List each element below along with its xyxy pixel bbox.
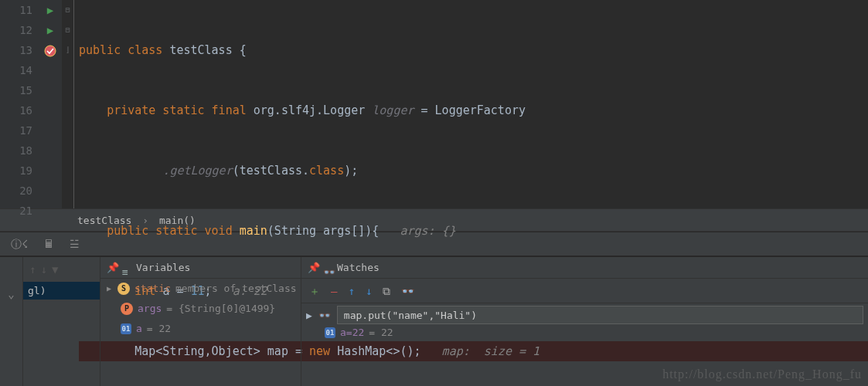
- glasses-icon: 👓: [318, 310, 331, 321]
- stack-frame[interactable]: gl): [23, 282, 100, 300]
- copy-icon[interactable]: ⧉: [383, 279, 390, 303]
- variables-icon: ≡: [122, 262, 128, 283]
- param-badge-icon: P: [121, 303, 133, 315]
- breadcrumb-item[interactable]: main(): [159, 215, 196, 226]
- fold-icon[interactable]: ⊟: [62, 20, 73, 40]
- chevron-down-icon[interactable]: ⌄: [8, 288, 14, 300]
- pin-icon[interactable]: 📌: [308, 257, 320, 279]
- pin-icon[interactable]: 📌: [107, 257, 119, 279]
- fold-end-icon[interactable]: ⌋: [62, 40, 73, 60]
- breakpoint-hit-icon[interactable]: [39, 40, 62, 60]
- line-number-gutter: 111213 141516 171819 2021: [0, 0, 39, 208]
- glasses-icon: 👓: [323, 262, 335, 283]
- variables-pane: 📌 ≡ Variables ▶ S static members of test…: [100, 257, 301, 386]
- next-frame-icon[interactable]: ↓: [40, 263, 46, 276]
- primitive-badge-icon: 01: [325, 327, 335, 338]
- svg-point-0: [45, 46, 56, 56]
- primitive-badge-icon: 01: [121, 323, 131, 334]
- chevron-right-icon: ›: [142, 215, 148, 226]
- glasses-icon[interactable]: 👓: [401, 279, 414, 303]
- evaluate-icon[interactable]: ⓘ☇: [11, 232, 28, 256]
- list-icon[interactable]: ☱: [70, 232, 80, 256]
- breadcrumb-item[interactable]: testClass: [77, 215, 131, 226]
- variable-row[interactable]: ▶ S static members of testClass: [100, 279, 301, 299]
- fold-icon[interactable]: ⊟: [62, 0, 73, 20]
- prev-frame-icon[interactable]: ↑: [29, 263, 36, 276]
- move-down-icon[interactable]: ↓: [366, 279, 372, 303]
- expand-icon[interactable]: ▶: [107, 279, 111, 299]
- watches-pane: 📌 👓 Watches ＋ — ↑ ↓ ⧉ 👓 ▶ 👓 01 a=22 = 22: [301, 257, 868, 386]
- frames-column: ↑ ↓ ▼ gl): [23, 257, 100, 386]
- fold-column[interactable]: ⊟ ⊟ ⌋: [62, 0, 74, 208]
- code-editor[interactable]: 111213 141516 171819 2021 ▶ ▶ ⊟ ⊟ ⌋ publ…: [0, 0, 868, 208]
- filter-icon[interactable]: ▼: [52, 263, 58, 276]
- debugger-side-buttons: ⌄: [0, 257, 23, 386]
- watermark: http://blog.csdn.net/Peng_Hong_fu: [662, 367, 862, 381]
- run-icon[interactable]: ▶: [39, 20, 62, 40]
- expand-icon[interactable]: ▶: [306, 310, 312, 321]
- code-content[interactable]: public class testClass { private static …: [74, 0, 868, 208]
- watch-result-row[interactable]: 01 a=22 = 22: [301, 327, 868, 338]
- gutter-markers[interactable]: ▶ ▶: [39, 0, 62, 208]
- debug-panel: ⌄ ↑ ↓ ▼ gl) 📌 ≡ Variables ▶ S static mem…: [0, 256, 868, 386]
- run-icon[interactable]: ▶: [39, 0, 62, 20]
- move-up-icon[interactable]: ↑: [348, 279, 354, 303]
- static-badge-icon: S: [117, 283, 130, 295]
- calculator-icon[interactable]: 🖩: [43, 232, 54, 256]
- variable-row[interactable]: 01 a = 22: [100, 319, 301, 339]
- watch-expression-input[interactable]: [337, 306, 863, 324]
- variable-row[interactable]: P args = {String[0]@1499}: [100, 299, 301, 319]
- add-watch-icon[interactable]: ＋: [309, 279, 320, 303]
- variables-title: Variables: [124, 262, 190, 273]
